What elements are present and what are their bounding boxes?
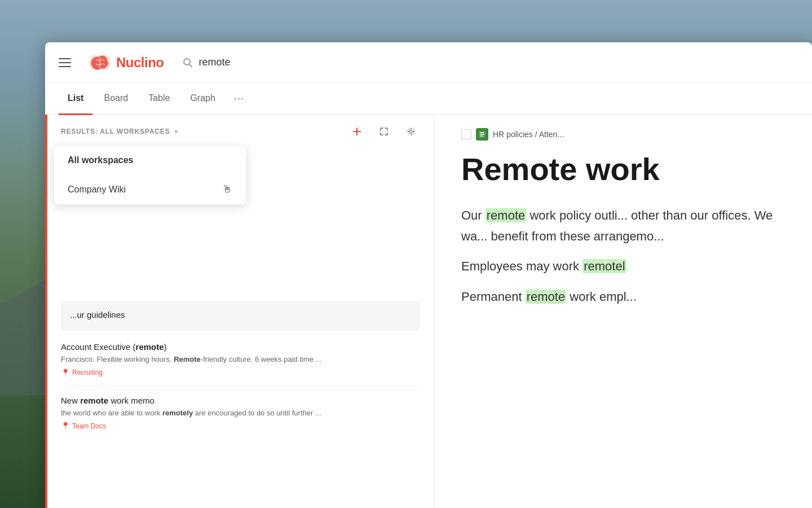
document-paragraph: Permanent remote work empl... (461, 286, 785, 307)
result-snippet: Francisco. Flexible working hours. Remot… (61, 354, 420, 365)
tab-list[interactable]: List (59, 84, 92, 115)
tabs-bar: List Board Table Graph (45, 83, 812, 115)
result-workspace: 📍 Team Docs (61, 422, 420, 430)
highlight-remote-2: remotel (582, 259, 626, 273)
breadcrumb: HR policies / Atten... (461, 128, 785, 141)
list-item[interactable]: New remote work memo the world who are a… (61, 387, 420, 440)
highlight-remote-1: remote (486, 208, 526, 222)
content-area: RESULTS: ALL WORKSPACES ▼ (45, 115, 812, 508)
left-accent-bar (45, 115, 47, 508)
chevron-down-icon: ▼ (173, 129, 179, 135)
document-body: Our remote work policy outli... other th… (461, 205, 785, 317)
document-paragraph: Employees may work remotel (461, 256, 785, 277)
list-item[interactable]: Account Executive (remote) Francisco. Fl… (61, 333, 420, 387)
results-header: RESULTS: ALL WORKSPACES ▼ (45, 115, 434, 148)
document-paragraph: Our remote work policy outli... other th… (461, 205, 785, 247)
right-panel: HR policies / Atten... Remote work Our r… (434, 115, 812, 508)
list-item[interactable]: ...ur guidelines (61, 301, 420, 331)
document-title: Remote work (461, 152, 785, 187)
result-snippet: the world who are able to work remotely … (61, 408, 420, 419)
search-area (182, 56, 799, 68)
cursor-indicator: 🖱 (222, 183, 232, 195)
logo-area: Nuclino (88, 52, 164, 73)
results-filter-dropdown[interactable]: RESULTS: ALL WORKSPACES ▼ (61, 128, 179, 135)
tab-table[interactable]: Table (139, 84, 179, 115)
workspace-dropdown: All workspaces Company Wiki 🖱 (54, 146, 246, 204)
expand-button[interactable] (375, 122, 393, 141)
result-title: Account Executive (remote) (61, 342, 420, 352)
logo-icon (88, 52, 112, 73)
dropdown-item-company-wiki[interactable]: Company Wiki 🖱 (54, 174, 246, 204)
left-panel: RESULTS: ALL WORKSPACES ▼ (45, 115, 434, 508)
workspace-icon (476, 128, 488, 141)
add-item-button[interactable] (348, 122, 366, 141)
app-window: Nuclino List Board Table Graph (45, 42, 812, 508)
breadcrumb-checkbox[interactable] (461, 129, 471, 139)
result-workspace: 📍 Recruiting (61, 369, 420, 377)
header: Nuclino (45, 42, 812, 83)
tab-board[interactable]: Board (95, 84, 137, 115)
search-icon (182, 57, 193, 68)
dropdown-item-all-workspaces[interactable]: All workspaces (54, 146, 246, 174)
results-actions (348, 122, 420, 141)
search-input[interactable] (199, 56, 799, 68)
highlight-remote-3: remote (526, 290, 566, 304)
breadcrumb-text: HR policies / Atten... (493, 130, 564, 139)
tab-graph[interactable]: Graph (181, 84, 224, 115)
collapse-button[interactable] (402, 122, 420, 141)
logo-text: Nuclino (116, 55, 164, 71)
result-title: New remote work memo (61, 396, 420, 405)
svg-point-4 (237, 98, 239, 99)
svg-point-5 (241, 98, 242, 99)
tab-more-button[interactable] (227, 83, 250, 115)
menu-button[interactable] (59, 52, 79, 73)
result-title: ...ur guidelines (70, 310, 411, 319)
svg-point-3 (234, 98, 236, 99)
